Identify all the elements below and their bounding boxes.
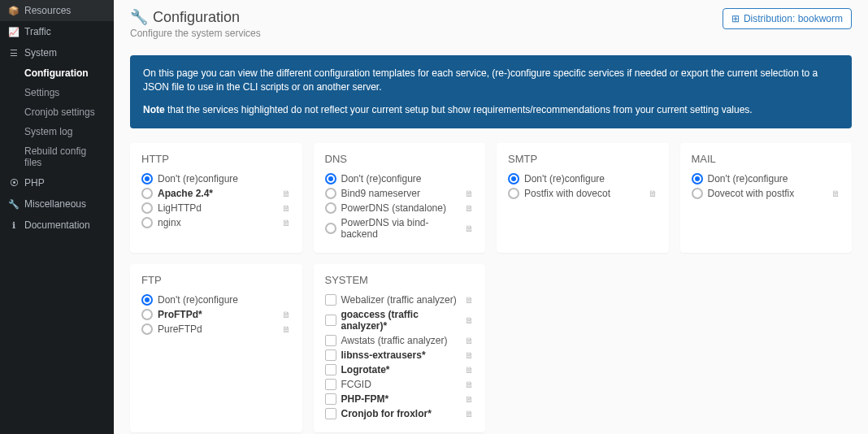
card-title: HTTP: [141, 153, 291, 165]
option-label[interactable]: nginx: [158, 217, 279, 228]
option-row: PureFTPd🗎: [141, 322, 291, 336]
option-label[interactable]: Logrotate*: [341, 364, 462, 375]
option-label[interactable]: Apache 2.4*: [158, 188, 279, 199]
option-label[interactable]: PowerDNS (standalone): [341, 202, 462, 214]
checkbox-control[interactable]: [325, 393, 336, 405]
option-label[interactable]: Awstats (traffic analyzer): [341, 335, 462, 346]
sidebar-item-system[interactable]: ☰System: [0, 42, 114, 63]
doc-icon[interactable]: 🗎: [465, 394, 474, 404]
radio-control[interactable]: [141, 294, 153, 306]
option-label[interactable]: Don't (re)configure: [158, 294, 291, 306]
option-label[interactable]: PureFTPd: [158, 323, 279, 335]
sidebar-item-resources[interactable]: 📦Resources: [0, 0, 114, 21]
sidebar-item-miscellaneous[interactable]: 🔧Miscellaneous: [0, 193, 114, 215]
doc-icon[interactable]: 🗎: [282, 203, 291, 213]
sidebar-sub-cronjob-settings[interactable]: Cronjob settings: [0, 102, 114, 122]
option-label[interactable]: LigHTTPd: [158, 202, 279, 214]
doc-icon[interactable]: 🗎: [465, 203, 474, 213]
distribution-button[interactable]: ⊞ Distribution: bookworm: [723, 8, 852, 29]
radio-control[interactable]: [141, 202, 153, 214]
checkbox-control[interactable]: [325, 335, 336, 346]
main-content: 🔧 Configuration Configure the system ser…: [114, 0, 868, 434]
doc-icon[interactable]: 🗎: [282, 310, 291, 319]
doc-icon[interactable]: 🗎: [465, 189, 474, 198]
card-ftp: FTPDon't (re)configureProFTPd*🗎PureFTPd🗎: [130, 264, 302, 432]
option-row: Webalizer (traffic analyzer)🗎: [325, 293, 475, 307]
radio-control[interactable]: [141, 217, 153, 228]
option-label[interactable]: Webalizer (traffic analyzer): [341, 294, 462, 306]
grid-icon: ⊞: [731, 13, 740, 24]
doc-icon[interactable]: 🗎: [465, 365, 474, 375]
wrench-icon: 🔧: [130, 8, 148, 26]
sidebar-icon: ⦿: [8, 178, 20, 188]
sidebar-sub-rebuild-config-files[interactable]: Rebuild config files: [0, 141, 114, 172]
card-title: SYSTEM: [325, 274, 475, 286]
radio-control[interactable]: [325, 202, 336, 214]
option-row: Bind9 nameserver🗎: [325, 186, 475, 201]
doc-icon[interactable]: 🗎: [282, 189, 291, 198]
radio-control[interactable]: [692, 173, 703, 184]
option-row: goaccess (traffic analyzer)*🗎: [325, 307, 475, 333]
checkbox-control[interactable]: [325, 408, 336, 419]
sidebar-item-php[interactable]: ⦿PHP: [0, 172, 114, 193]
radio-control[interactable]: [141, 309, 153, 320]
doc-icon[interactable]: 🗎: [465, 295, 474, 305]
checkbox-control[interactable]: [325, 294, 336, 306]
sidebar-sub-settings[interactable]: Settings: [0, 83, 114, 102]
checkbox-control[interactable]: [325, 349, 336, 361]
doc-icon[interactable]: 🗎: [282, 324, 291, 334]
doc-icon[interactable]: 🗎: [465, 350, 474, 360]
doc-icon[interactable]: 🗎: [465, 336, 474, 345]
option-row: PowerDNS (standalone)🗎: [325, 201, 475, 215]
radio-control[interactable]: [325, 173, 336, 184]
doc-icon[interactable]: 🗎: [831, 189, 840, 198]
sidebar-sub-system-log[interactable]: System log: [0, 122, 114, 141]
option-label[interactable]: Bind9 nameserver: [341, 188, 462, 199]
sidebar-icon: ☰: [8, 48, 20, 59]
option-label[interactable]: Don't (re)configure: [708, 173, 841, 184]
doc-icon[interactable]: 🗎: [465, 409, 474, 419]
sidebar-sub-configuration[interactable]: Configuration: [0, 63, 114, 83]
card-dns: DNSDon't (re)configureBind9 nameserver🗎P…: [314, 143, 486, 253]
option-label[interactable]: Don't (re)configure: [524, 173, 658, 184]
radio-control[interactable]: [141, 188, 153, 199]
radio-control[interactable]: [692, 188, 703, 199]
option-row: nginx🗎: [141, 215, 291, 230]
option-row: Don't (re)configure: [692, 171, 841, 186]
radio-control[interactable]: [325, 188, 336, 199]
radio-control[interactable]: [325, 223, 336, 234]
option-row: Don't (re)configure: [508, 171, 658, 186]
option-label[interactable]: Don't (re)configure: [341, 173, 475, 184]
doc-icon[interactable]: 🗎: [465, 380, 474, 389]
doc-icon[interactable]: 🗎: [282, 218, 291, 228]
checkbox-control[interactable]: [325, 315, 336, 326]
radio-control[interactable]: [141, 323, 153, 335]
doc-icon[interactable]: 🗎: [465, 315, 474, 325]
sidebar-item-traffic[interactable]: 📈Traffic: [0, 21, 114, 42]
option-label[interactable]: goaccess (traffic analyzer)*: [341, 309, 462, 332]
sidebar-icon: ℹ: [8, 220, 20, 231]
radio-control[interactable]: [508, 188, 519, 199]
option-row: PHP-FPM*🗎: [325, 392, 475, 406]
radio-control[interactable]: [141, 173, 153, 184]
option-label[interactable]: Cronjob for froxlor*: [341, 408, 462, 419]
radio-control[interactable]: [508, 173, 519, 184]
doc-icon[interactable]: 🗎: [465, 224, 474, 233]
doc-icon[interactable]: 🗎: [649, 189, 658, 198]
option-label[interactable]: libnss-extrausers*: [341, 349, 462, 361]
option-label[interactable]: ProFTPd*: [158, 309, 279, 320]
checkbox-control[interactable]: [325, 364, 336, 375]
option-label[interactable]: Dovecot with postfix: [708, 188, 829, 199]
card-smtp: SMTPDon't (re)configurePostfix with dove…: [497, 143, 669, 253]
sidebar-icon: 🔧: [8, 199, 20, 210]
option-label[interactable]: PHP-FPM*: [341, 393, 462, 405]
option-label[interactable]: Postfix with dovecot: [524, 188, 645, 199]
card-title: MAIL: [692, 153, 841, 165]
sidebar-item-documentation[interactable]: ℹDocumentation: [0, 215, 114, 236]
option-label[interactable]: FCGID: [341, 379, 462, 390]
option-label[interactable]: PowerDNS via bind-backend: [341, 217, 462, 240]
checkbox-control[interactable]: [325, 379, 336, 390]
alert-text-2: Note that the services highlighted do no…: [143, 103, 839, 117]
option-label[interactable]: Don't (re)configure: [158, 173, 291, 184]
option-row: PowerDNS via bind-backend🗎: [325, 215, 475, 241]
